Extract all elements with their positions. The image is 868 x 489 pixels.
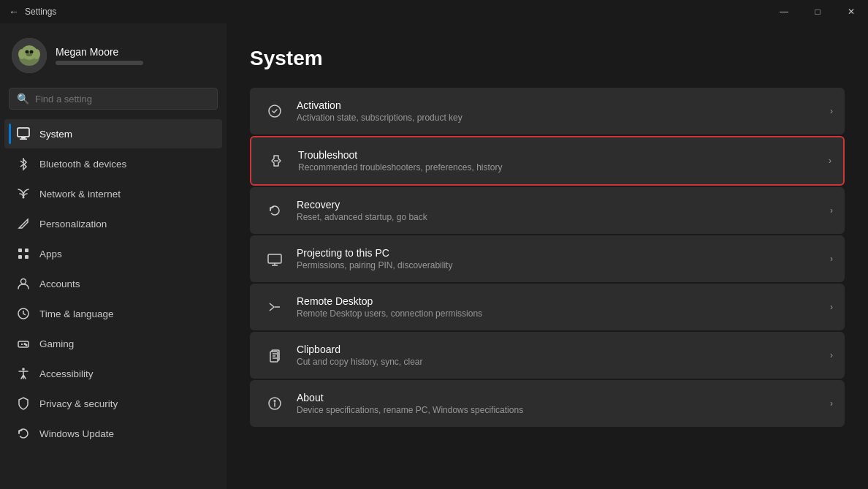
svg-point-5: [26, 50, 29, 54]
settings-item-about[interactable]: About Device specifications, rename PC, …: [250, 380, 845, 427]
search-icon: 🔍: [17, 93, 29, 105]
sidebar-item-label: Privacy & security: [39, 398, 118, 409]
settings-item-projecting[interactable]: Projecting to this PC Permissions, pairi…: [250, 235, 845, 282]
remote-desktop-icon: [262, 294, 288, 320]
sidebar-item-network[interactable]: Network & internet: [4, 179, 222, 208]
svg-point-11: [23, 197, 25, 199]
search-input[interactable]: [35, 94, 210, 105]
settings-item-title: Projecting to this PC: [297, 247, 824, 259]
sidebar-item-personalization[interactable]: Personalization: [4, 209, 222, 238]
personalization-icon: [16, 216, 31, 231]
settings-item-text: Troubleshoot Recommended troubleshooters…: [298, 149, 823, 173]
sidebar-item-time[interactable]: Time & language: [4, 299, 222, 328]
sidebar-item-label: System: [39, 129, 72, 140]
recovery-icon: [262, 197, 288, 224]
svg-point-6: [30, 50, 34, 54]
settings-item-title: About: [297, 392, 824, 403]
chevron-right-icon: ›: [830, 398, 833, 409]
settings-item-text: Clipboard Cut and copy history, sync, cl…: [297, 344, 824, 367]
search-box[interactable]: 🔍: [9, 88, 218, 110]
settings-item-remote-desktop[interactable]: Remote Desktop Remote Desktop users, con…: [250, 284, 845, 330]
accounts-icon: [16, 276, 31, 291]
svg-point-4: [33, 49, 40, 59]
sidebar: Megan Moore 🔍 System Bluetooth & devices…: [0, 23, 226, 489]
maximize-button[interactable]: □: [801, 0, 834, 23]
sidebar-item-update[interactable]: Windows Update: [4, 419, 222, 448]
settings-item-description: Cut and copy history, sync, clear: [297, 357, 824, 367]
time-icon: [16, 306, 31, 321]
settings-item-recovery[interactable]: Recovery Reset, advanced startup, go bac…: [250, 187, 845, 234]
user-info: Megan Moore: [56, 46, 143, 65]
sidebar-item-label: Time & language: [39, 308, 114, 319]
sidebar-item-label: Bluetooth & devices: [39, 159, 126, 170]
settings-item-description: Permissions, pairing PIN, discoverabilit…: [297, 260, 824, 270]
settings-item-text: Activation Activation state, subscriptio…: [297, 99, 824, 123]
update-icon: [16, 426, 31, 441]
svg-rect-14: [18, 255, 22, 259]
svg-point-21: [22, 368, 25, 371]
chevron-right-icon: ›: [830, 302, 833, 312]
sidebar-item-label: Apps: [39, 249, 62, 259]
user-name: Megan Moore: [56, 46, 143, 58]
sidebar-item-label: Accessibility: [39, 368, 94, 379]
titlebar-title: Settings: [25, 7, 56, 17]
settings-item-description: Device specifications, rename PC, Window…: [297, 405, 824, 415]
sidebar-item-privacy[interactable]: Privacy & security: [4, 389, 222, 418]
titlebar-left: ← Settings: [9, 6, 56, 18]
sidebar-item-apps[interactable]: Apps: [4, 239, 222, 268]
chevron-right-icon: ›: [829, 156, 831, 166]
back-icon[interactable]: ←: [9, 6, 19, 18]
svg-point-7: [26, 53, 32, 56]
titlebar-controls: — □ ✕: [767, 0, 868, 23]
settings-item-troubleshoot[interactable]: Troubleshoot Recommended troubleshooters…: [250, 136, 845, 186]
sidebar-item-label: Personalization: [39, 219, 107, 230]
troubleshoot-icon: [263, 148, 289, 174]
svg-rect-15: [25, 255, 28, 259]
minimize-button[interactable]: —: [767, 0, 801, 23]
activation-icon: [262, 98, 288, 124]
app-body: Megan Moore 🔍 System Bluetooth & devices…: [0, 23, 868, 489]
settings-list: Activation Activation state, subscriptio…: [250, 88, 845, 427]
user-section[interactable]: Megan Moore: [0, 23, 226, 85]
network-icon: [16, 186, 31, 201]
svg-rect-12: [18, 249, 22, 252]
sidebar-item-gaming[interactable]: Gaming: [4, 329, 222, 358]
sidebar-item-label: Network & internet: [39, 189, 121, 200]
sidebar-item-label: Windows Update: [39, 428, 114, 439]
chevron-right-icon: ›: [830, 205, 833, 216]
close-button[interactable]: ✕: [834, 0, 868, 23]
settings-item-text: Projecting to this PC Permissions, pairi…: [297, 247, 824, 270]
svg-rect-24: [268, 254, 281, 263]
sidebar-item-accounts[interactable]: Accounts: [4, 269, 222, 298]
sidebar-item-accessibility[interactable]: Accessibility: [4, 359, 222, 388]
system-icon: [16, 126, 31, 141]
svg-point-35: [274, 401, 275, 402]
sidebar-item-bluetooth[interactable]: Bluetooth & devices: [4, 149, 222, 178]
chevron-right-icon: ›: [830, 350, 833, 360]
svg-rect-8: [18, 128, 29, 137]
avatar: [12, 38, 47, 73]
about-icon: [262, 390, 288, 417]
privacy-icon: [16, 396, 31, 411]
accessibility-icon: [16, 366, 31, 381]
bluetooth-icon: [16, 156, 31, 171]
settings-item-clipboard[interactable]: Clipboard Cut and copy history, sync, cl…: [250, 332, 845, 379]
settings-item-title: Recovery: [297, 199, 824, 211]
svg-rect-13: [25, 249, 28, 252]
sidebar-item-system[interactable]: System: [4, 119, 222, 148]
svg-point-20: [26, 344, 27, 346]
settings-item-text: About Device specifications, rename PC, …: [297, 392, 824, 415]
svg-point-19: [24, 344, 26, 345]
clipboard-icon: [262, 342, 288, 368]
svg-rect-9: [21, 137, 26, 139]
user-progress-bar: [56, 61, 143, 65]
settings-item-title: Activation: [297, 99, 824, 111]
page-title: System: [250, 47, 845, 70]
sidebar-item-label: Accounts: [39, 278, 80, 289]
settings-item-activation[interactable]: Activation Activation state, subscriptio…: [250, 88, 845, 134]
settings-item-description: Reset, advanced startup, go back: [297, 212, 824, 222]
nav-list: System Bluetooth & devices Network & int…: [0, 118, 226, 449]
settings-item-text: Recovery Reset, advanced startup, go bac…: [297, 199, 824, 222]
svg-point-3: [18, 49, 26, 59]
content-area: System Activation Activation state, subs…: [226, 23, 868, 489]
